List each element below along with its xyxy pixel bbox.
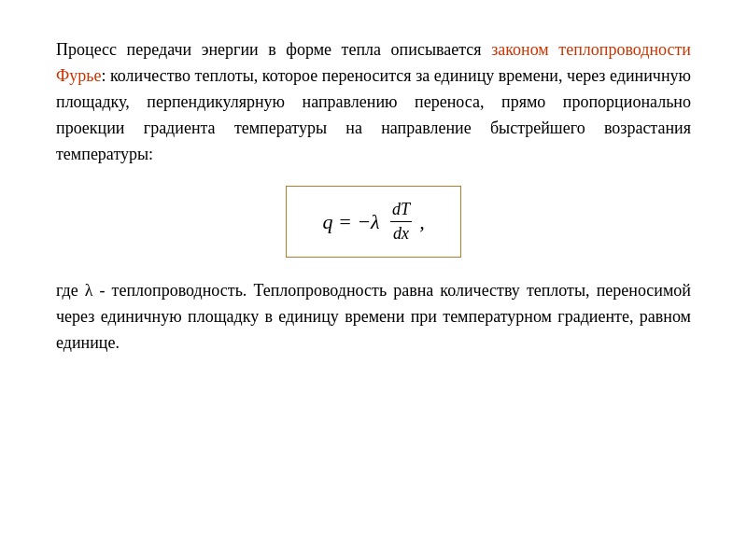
formula-content: q = −λ dT dx , <box>322 200 424 244</box>
intro-paragraph: Процесс передачи энергии в форме тепла о… <box>56 37 691 167</box>
formula-fraction: dT dx <box>390 200 412 244</box>
page: Процесс передачи энергии в форме тепла о… <box>0 0 747 560</box>
definition-paragraph: где λ - теплопроводность. Теплопроводнос… <box>56 278 691 357</box>
intro-text-after-link: : количество теплоты, которое переноситс… <box>56 66 691 163</box>
intro-text-before-link: Процесс передачи энергии в форме тепла о… <box>56 40 491 59</box>
formula-box: q = −λ dT dx , <box>286 186 460 258</box>
definition-text: где λ - теплопроводность. Теплопроводнос… <box>56 281 691 352</box>
formula-denominator: dx <box>391 222 411 244</box>
formula-block: q = −λ dT dx , <box>56 186 691 258</box>
formula-comma: , <box>419 210 425 234</box>
formula-left-part: q = −λ <box>322 210 385 234</box>
formula-numerator: dT <box>390 200 412 222</box>
